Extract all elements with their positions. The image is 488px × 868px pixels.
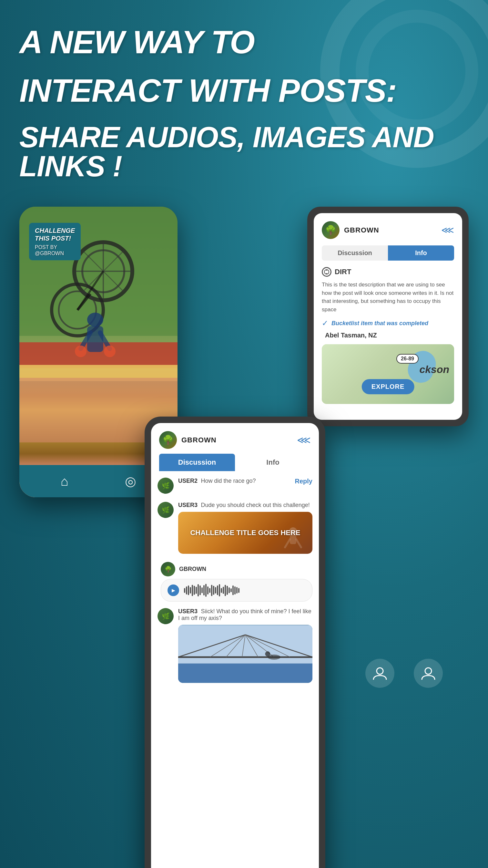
wave-bar [223,587,224,594]
svg-line-28 [296,539,301,547]
audio-message: 🌳 GBROWN ▶ [158,562,313,601]
info-category: DIRT [322,267,454,277]
user-icon-1[interactable] [365,659,394,688]
comment-username-2: USER3 [178,502,197,508]
share-icon-right[interactable]: ⋘ [441,225,454,236]
wave-bar [219,584,220,596]
disc-card-header: GBROWN ⋘ [159,431,311,449]
wave-bar [203,585,205,595]
wave-bar [186,586,187,594]
comment-username-4: USER3 [178,608,197,615]
comment-avatar-user3: 🌿 [158,502,174,518]
comment-text-4: Siick! What do you think of mine? I feel… [178,608,312,621]
phone-center: GBROWN ⋘ Discussion Info 🌿 [144,416,325,868]
card-user-center: GBROWN [159,431,217,449]
tab-info-right[interactable]: Info [388,245,454,260]
wave-bar [194,586,195,595]
wave-bar [238,588,239,593]
challenge-badge[interactable]: CHALLENGE THIS POST! post by @gbrown [29,223,81,260]
wave-bar [197,584,199,596]
phones-area: CHALLENGE THIS POST! post by @gbrown ⌂ ◎… [20,207,469,868]
tab-discussion-right[interactable]: Discussion [322,245,388,260]
info-content: DIRT This is the test description that w… [322,267,454,404]
share-icon-center[interactable]: ⋘ [297,434,311,445]
svg-rect-22 [326,273,327,275]
wave-bar [211,585,213,596]
reply-button-1[interactable]: Reply [295,477,313,485]
wave-bar [209,588,210,593]
comment-row-1: 🌿 USER2 How did the race go? Reply [158,477,313,494]
location-text: Abel Tasman, NZ [322,332,454,339]
comment-username-1: USER2 [178,477,197,484]
comment-row-4: 🌿 USER3 Siick! What do you think of mine… [158,608,313,683]
wave-bar [217,585,218,595]
username-right: GBROWN [344,226,379,235]
home-icon[interactable]: ⌂ [61,474,68,489]
wave-bar [215,587,216,593]
wave-bar [184,588,185,593]
map-bg: 26-89 ckson EXPLORE [322,344,454,404]
svg-point-41 [267,655,281,660]
svg-rect-21 [326,269,327,271]
tab-discussion-center[interactable]: Discussion [159,454,235,471]
tab-bar-right: Discussion Info [322,245,454,260]
card-inner-right: GBROWN ⋘ Discussion Info DIRT This [314,213,462,420]
tab-info-center[interactable]: Info [235,454,311,471]
distance-badge: 26-89 [396,354,419,364]
comment-avatar-user2: 🌿 [158,477,174,494]
wave-bar [234,586,236,594]
svg-line-27 [285,539,290,547]
svg-point-14 [87,313,103,327]
wave-bar [227,586,228,595]
svg-rect-30 [178,663,313,683]
avatar-right [322,221,339,239]
explore-button[interactable]: EXPLORE [362,379,414,394]
spiral-icon[interactable]: ◎ [125,474,136,489]
phone-center-inner: GBROWN ⋘ Discussion Info 🌿 [151,423,319,868]
wave-bar [232,585,234,595]
wave-bar [201,587,203,593]
wave-bar [192,585,193,596]
svg-point-23 [377,668,383,674]
wave-bar [199,585,201,595]
bottom-chat-image [178,625,313,683]
wave-bar [213,586,214,595]
comment-text-1: How did the race go? [201,477,256,484]
right-user-icons [365,659,443,688]
play-button[interactable]: ▶ [167,585,179,596]
map-label-jackson: ckson [420,364,449,376]
svg-point-24 [425,668,431,674]
wave-bar [236,587,237,593]
bucketlist-text: Bucketlist item that was completed [331,320,428,327]
bridge-svg [178,625,313,683]
card-header-right: GBROWN ⋘ [322,221,454,239]
audio-avatar: 🌳 [161,562,175,577]
comment-body-2: USER3 Dude you should check out this cha… [178,502,313,554]
svg-rect-15 [87,326,103,352]
hero-subtitle: SHARE AUDIOS, IMAGES AND LINKS ! [20,123,469,181]
check-icon: ✓ [322,319,328,328]
comment-avatar-user3b: 🌿 [158,608,174,624]
wave-bar [225,585,226,596]
audio-sender: 🌳 GBROWN [161,562,313,577]
description-text: This is the test description that we are… [322,281,454,314]
wave-bar [205,584,206,597]
avatar-center [159,431,177,449]
category-label: DIRT [335,268,351,276]
hero-line2: INTERACT WITH POSTS: [20,74,469,106]
audio-username: GBROWN [179,566,206,572]
username-center: GBROWN [182,436,217,444]
comment-row-2: 🌿 USER3 Dude you should check out this c… [158,502,313,554]
comment-text-2: Dude you should check out this challenge… [201,502,310,508]
bucketlist-item: ✓ Bucketlist item that was completed [322,319,454,328]
phone-right: GBROWN ⋘ Discussion Info DIRT This [307,207,469,426]
wave-bar [230,588,232,592]
audio-player[interactable]: ▶ [161,579,313,601]
hero-line1: A NEW WAY TO [20,26,469,58]
map-area: 26-89 ckson EXPLORE [322,344,454,404]
post-by-label: post by @gbrown [35,244,75,256]
user-icon-2[interactable] [414,659,443,688]
wave-bar [228,587,230,593]
comment-body-1: USER2 How did the race go? Reply [178,477,313,485]
challenge-card-comment[interactable]: CHALLENGE TITLE GOES HERE [178,512,313,554]
